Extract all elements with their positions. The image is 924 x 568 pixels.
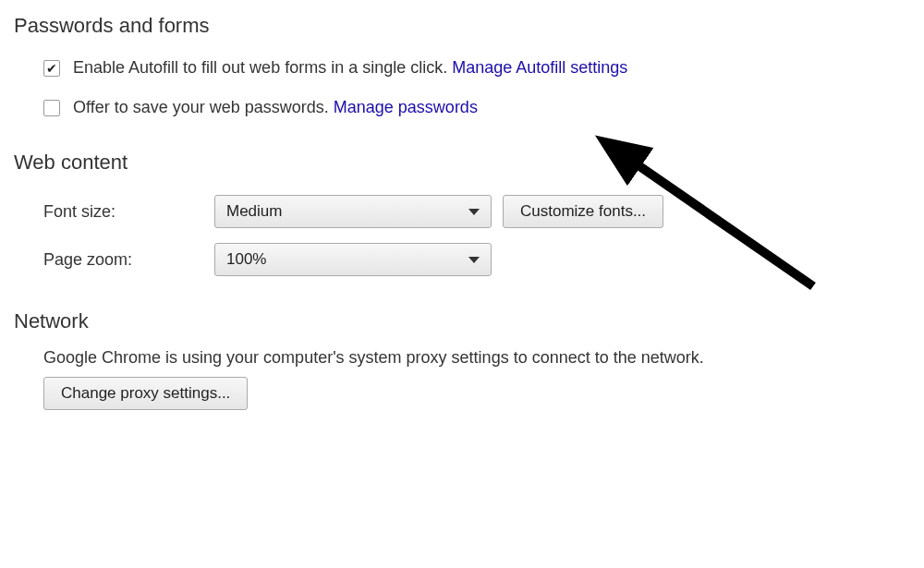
network-section: Network Google Chrome is using your comp… (14, 309, 910, 410)
save-passwords-checkbox[interactable] (43, 100, 60, 116)
network-description: Google Chrome is using your computer's s… (43, 348, 910, 368)
enable-autofill-label: Enable Autofill to fill out web forms in… (73, 58, 452, 77)
save-passwords-label: Offer to save your web passwords. (73, 98, 334, 116)
change-proxy-button[interactable]: Change proxy settings... (43, 377, 248, 410)
font-size-label: Font size: (43, 202, 214, 222)
web-content-section: Web content Font size: Medium Customize … (14, 151, 910, 276)
chevron-down-icon (468, 257, 480, 263)
font-size-value: Medium (226, 202, 282, 221)
manage-passwords-link[interactable]: Manage passwords (334, 98, 478, 116)
passwords-forms-content: Enable Autofill to fill out web forms in… (14, 58, 910, 117)
page-zoom-label: Page zoom: (43, 250, 214, 270)
page-zoom-value: 100% (226, 250, 266, 269)
customize-fonts-button[interactable]: Customize fonts... (503, 195, 663, 228)
web-content-heading: Web content (14, 151, 910, 175)
font-size-row: Font size: Medium Customize fonts... (43, 195, 910, 228)
page-zoom-select[interactable]: 100% (214, 243, 492, 276)
web-content-content: Font size: Medium Customize fonts... Pag… (14, 195, 910, 276)
chevron-down-icon (468, 209, 480, 215)
enable-autofill-text: Enable Autofill to fill out web forms in… (73, 58, 627, 78)
save-passwords-text: Offer to save your web passwords. Manage… (73, 98, 478, 117)
page-zoom-row: Page zoom: 100% (43, 243, 910, 276)
passwords-forms-heading: Passwords and forms (14, 14, 910, 38)
passwords-forms-section: Passwords and forms Enable Autofill to f… (14, 14, 910, 117)
enable-autofill-row: Enable Autofill to fill out web forms in… (43, 58, 910, 78)
enable-autofill-checkbox[interactable] (43, 60, 60, 77)
font-size-select[interactable]: Medium (214, 195, 492, 228)
manage-autofill-link[interactable]: Manage Autofill settings (452, 58, 627, 77)
network-content: Google Chrome is using your computer's s… (14, 348, 910, 410)
network-heading: Network (14, 309, 910, 333)
save-passwords-row: Offer to save your web passwords. Manage… (43, 98, 910, 117)
